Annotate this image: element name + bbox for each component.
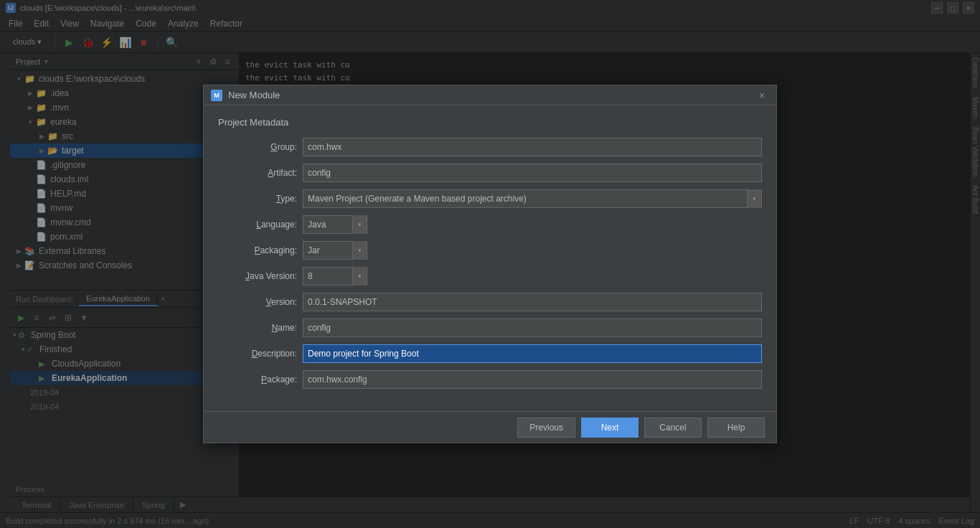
type-select-arrow[interactable]: ▾ — [747, 189, 761, 208]
type-label: Type: — [218, 194, 297, 204]
packaging-select-value: Jar — [303, 245, 352, 255]
form-row-java-version: Java Version: 8 ▾ — [218, 267, 762, 286]
section-title: Project Metadata — [218, 117, 762, 128]
form-row-group: Group: — [218, 138, 762, 156]
dialog-title-icon: M — [211, 90, 222, 101]
java-version-select-value: 8 — [303, 271, 352, 281]
language-label: Language: — [218, 220, 297, 230]
name-label: Name: — [218, 323, 297, 333]
group-label-text: G — [270, 142, 277, 152]
dialog-close-button[interactable]: × — [755, 88, 769, 103]
name-input[interactable] — [303, 319, 762, 337]
dialog-title: M New Module — [211, 90, 280, 101]
packaging-select[interactable]: Jar ▾ — [303, 241, 367, 260]
help-button[interactable]: Help — [707, 418, 765, 438]
form-row-packaging: Packaging: Jar ▾ — [218, 241, 762, 260]
description-label: Description: — [218, 349, 297, 359]
cancel-button[interactable]: Cancel — [644, 418, 702, 438]
language-select-arrow[interactable]: ▾ — [352, 215, 367, 234]
packaging-select-arrow[interactable]: ▾ — [352, 241, 367, 260]
version-label: Version: — [218, 297, 297, 307]
artifact-label: Artifact: — [218, 168, 297, 178]
description-input[interactable] — [303, 344, 762, 363]
form-row-package: Package: — [218, 370, 762, 389]
language-select[interactable]: Java ▾ — [303, 215, 367, 234]
form-row-type: Type: Maven Project (Generate a Maven ba… — [218, 189, 762, 208]
new-module-dialog: M New Module × Project Metadata Group: A… — [203, 85, 777, 443]
form-row-name: Name: — [218, 319, 762, 337]
dialog-body: Project Metadata Group: Artifact: Type: — [204, 105, 776, 407]
modal-overlay: M New Module × Project Metadata Group: A… — [0, 0, 980, 528]
type-select-value: Maven Project (Generate a Maven based pr… — [303, 194, 747, 204]
form-row-version: Version: — [218, 293, 762, 311]
java-version-label: Java Version: — [218, 271, 297, 281]
type-select[interactable]: Maven Project (Generate a Maven based pr… — [303, 189, 762, 208]
form-row-artifact: Artifact: — [218, 164, 762, 182]
previous-button[interactable]: Previous — [517, 418, 575, 438]
version-input[interactable] — [303, 293, 762, 311]
artifact-input[interactable] — [303, 164, 762, 182]
package-label: Package: — [218, 374, 297, 385]
next-button[interactable]: Next — [581, 418, 639, 438]
dialog-footer: Previous Next Cancel Help — [204, 411, 776, 443]
package-input[interactable] — [303, 370, 762, 389]
group-label: Group: — [218, 142, 297, 152]
form-row-language: Language: Java ▾ — [218, 215, 762, 234]
language-select-value: Java — [303, 220, 352, 230]
group-input[interactable] — [303, 138, 762, 156]
java-version-select-arrow[interactable]: ▾ — [352, 267, 367, 286]
dialog-titlebar: M New Module × — [204, 85, 776, 105]
packaging-label: Packaging: — [218, 245, 297, 255]
dialog-title-text: New Module — [228, 90, 280, 100]
java-version-select[interactable]: 8 ▾ — [303, 267, 367, 286]
form-row-description: Description: — [218, 344, 762, 363]
